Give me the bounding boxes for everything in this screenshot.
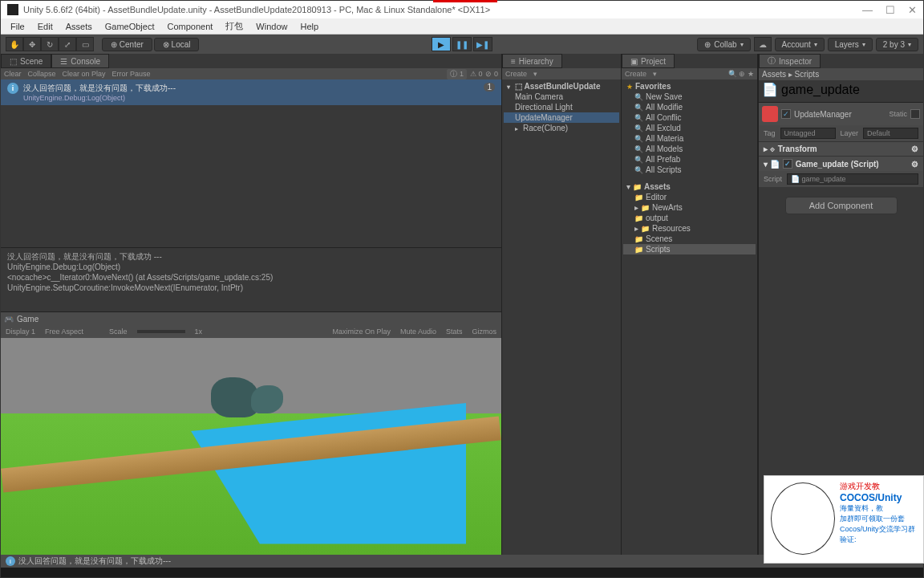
project-create[interactable]: Create (625, 70, 646, 78)
toolbar: ✋ ✥ ↻ ⤢ ▭ ⊕ Center ⊗ Local ▶ ❚❚ ▶❚ ⊕ Col… (1, 35, 923, 54)
console-message-sub: UnityEngine.Debug:Log(Object) (23, 94, 176, 102)
project-breadcrumb[interactable]: Assets ▸ Scripts (759, 68, 923, 80)
folder-item-selected[interactable]: 📁Scripts (623, 244, 756, 254)
move-tool[interactable]: ✥ (23, 37, 41, 51)
fav-item[interactable]: 🔍New Save (623, 92, 756, 102)
step-button[interactable]: ▶❚ (473, 37, 492, 51)
console-clear[interactable]: Clear (4, 70, 22, 78)
scale-tool[interactable]: ⤢ (59, 37, 76, 51)
hand-tool[interactable]: ✋ (6, 37, 23, 51)
console-message: 没人回答问题，就是没有问题，下载成功--- (23, 83, 176, 94)
tab-console[interactable]: ☰ Console (51, 54, 109, 68)
fav-item[interactable]: 🔍All Models (623, 144, 756, 154)
tab-project[interactable]: ▣ Project (622, 54, 675, 68)
scale-slider[interactable] (137, 330, 185, 333)
gameobject-name[interactable]: UpdateManager (794, 110, 886, 119)
fav-item[interactable]: 🔍All Conflic (623, 112, 756, 123)
ad-face-icon (771, 482, 835, 555)
tag-dropdown[interactable]: Untagged (780, 128, 836, 139)
layer-dropdown[interactable]: Default (863, 128, 918, 139)
active-checkbox[interactable]: ✓ (781, 109, 791, 119)
game-view[interactable] (1, 338, 501, 555)
entry-count: 1 (484, 83, 495, 92)
menu-edit[interactable]: Edit (31, 20, 59, 33)
script-component[interactable]: ▾ 📄 ✓ Game_update (Script)⚙ (759, 156, 923, 171)
pause-button[interactable]: ❚❚ (452, 37, 472, 51)
tab-scene[interactable]: ⬚ Scene (1, 54, 51, 68)
os-taskbar (1, 568, 923, 577)
folder-item[interactable]: ▸ 📁Resources (623, 223, 756, 234)
gizmos-toggle[interactable]: Gizmos (472, 328, 496, 336)
static-checkbox[interactable] (910, 109, 920, 119)
console-error-pause[interactable]: Error Pause (112, 70, 151, 78)
fav-item[interactable]: 🔍All Scripts (623, 165, 756, 175)
menu-window[interactable]: Window (249, 20, 294, 33)
rotate-tool[interactable]: ↻ (41, 37, 59, 51)
info-count[interactable]: ⓘ 1 (447, 69, 467, 79)
tab-game[interactable]: 🎮 Game (4, 315, 38, 324)
menu-help[interactable]: Help (294, 20, 325, 33)
console-entry[interactable]: i 没人回答问题，就是没有问题，下载成功--- UnityEngine.Debu… (1, 79, 501, 105)
warn-count[interactable]: ⚠ 0 (470, 70, 483, 78)
console-collapse[interactable]: Collapse (28, 70, 56, 78)
status-info-icon: i (6, 556, 15, 566)
layers-dropdown[interactable]: Layers (828, 38, 873, 51)
fav-item[interactable]: 🔍All Materia (623, 133, 756, 144)
tab-hierarchy[interactable]: ≡ Hierarchy (502, 54, 562, 68)
console-detail: 没人回答问题，就是没有问题，下载成功 --- UnityEngine.Debug… (1, 248, 501, 312)
hierarchy-item-selected[interactable]: UpdateManager (504, 112, 619, 123)
game-aspect[interactable]: Free Aspect (45, 328, 83, 336)
favorites-header[interactable]: ★Favorites (623, 81, 756, 92)
rotation-mode[interactable]: ⊗ Local (154, 38, 200, 51)
menubar: File Edit Assets GameObject Component 打包… (1, 18, 923, 35)
hierarchy-item[interactable]: ▸Race(Clone) (504, 123, 619, 133)
fav-item[interactable]: 🔍All Modifie (623, 102, 756, 112)
gameobject-icon (762, 106, 778, 122)
unity-logo-icon (7, 4, 18, 15)
game-display[interactable]: Display 1 (6, 328, 35, 336)
hierarchy-create[interactable]: Create (505, 70, 527, 78)
window-title: Unity 5.6.6f2 (64bit) - AssetBundleUpdat… (23, 5, 490, 14)
tab-inspector[interactable]: ⓘ Inspector (759, 54, 821, 68)
titlebar: Unity 5.6.6f2 (64bit) - AssetBundleUpdat… (1, 1, 923, 18)
minimize-button[interactable]: — (862, 4, 873, 16)
fav-item[interactable]: 🔍All Prefab (623, 154, 756, 165)
hierarchy-item[interactable]: Main Camera (504, 92, 619, 102)
stats-toggle[interactable]: Stats (446, 328, 463, 336)
folder-item[interactable]: 📁Scenes (623, 234, 756, 244)
close-button[interactable]: ✕ (908, 4, 917, 16)
error-count[interactable]: ⊘ 0 (485, 70, 498, 78)
play-button[interactable]: ▶ (432, 37, 451, 51)
assets-header[interactable]: ▾ 📁Assets (623, 181, 756, 192)
overlay-advertisement[interactable]: 游戏开发教 COCOS/Unity 海量资料，教 加群即可领取一份套 Cocos… (764, 475, 924, 564)
menu-component[interactable]: Component (160, 20, 219, 33)
mute-audio[interactable]: Mute Audio (400, 328, 436, 336)
pivot-mode[interactable]: ⊕ Center (102, 38, 152, 51)
fav-item[interactable]: 🔍All Exclud (623, 123, 756, 133)
hierarchy-item[interactable]: Directional Light (504, 102, 619, 112)
info-icon: i (7, 83, 18, 94)
maximize-on-play[interactable]: Maximize On Play (332, 328, 391, 336)
folder-item[interactable]: ▸ 📁NewArts (623, 202, 756, 213)
collab-dropdown[interactable]: ⊕ Collab (697, 38, 750, 51)
menu-build[interactable]: 打包 (219, 18, 249, 34)
add-component-button[interactable]: Add Component (785, 197, 898, 214)
transform-component[interactable]: ▸ ⟐ Transform⚙ (759, 141, 923, 156)
asset-file[interactable]: 📄 game_update (759, 80, 923, 99)
menu-file[interactable]: File (4, 20, 31, 33)
folder-item[interactable]: 📁output (623, 213, 756, 223)
menu-assets[interactable]: Assets (59, 20, 99, 33)
script-field: 📄 game_update (787, 173, 918, 185)
status-text: 没人回答问题，就是没有问题，下载成功--- (18, 556, 171, 567)
rect-tool[interactable]: ▭ (76, 37, 94, 51)
cloud-icon[interactable]: ☁ (754, 37, 772, 51)
scale-value: 1x (195, 328, 203, 336)
folder-item[interactable]: 📁Editor (623, 192, 756, 202)
menu-gameobject[interactable]: GameObject (99, 20, 161, 33)
account-dropdown[interactable]: Account (775, 38, 825, 51)
console-clear-on-play[interactable]: Clear on Play (63, 70, 106, 78)
layout-dropdown[interactable]: 2 by 3 (876, 38, 918, 51)
maximize-button[interactable]: ☐ (886, 4, 895, 16)
hierarchy-scene-root[interactable]: ▾⬚ AssetBundleUpdate (504, 81, 619, 92)
console-toolbar: Clear Collapse Clear on Play Error Pause… (1, 68, 501, 79)
